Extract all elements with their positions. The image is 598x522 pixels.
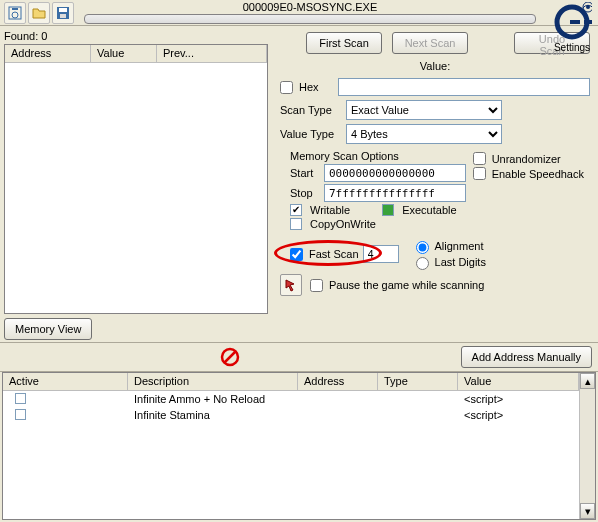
hex-checkbox[interactable]: Hex bbox=[280, 81, 334, 94]
save-button[interactable] bbox=[52, 2, 74, 24]
unrandomizer-checkbox[interactable]: Unrandomizer bbox=[473, 152, 584, 165]
first-scan-button[interactable]: First Scan bbox=[306, 32, 382, 54]
lastdigits-radio[interactable]: Last Digits bbox=[411, 254, 486, 270]
svg-rect-5 bbox=[60, 14, 66, 18]
svg-rect-7 bbox=[584, 20, 592, 24]
add-address-manually-button[interactable]: Add Address Manually bbox=[461, 346, 592, 368]
cheat-table: Active Description Address Type Value In… bbox=[2, 372, 596, 520]
cheat-table-body[interactable]: Infinite Ammo + No Reload <script> Infin… bbox=[3, 391, 579, 519]
stop-input[interactable] bbox=[324, 184, 466, 202]
row-description[interactable]: Infinite Ammo + No Reload bbox=[128, 393, 298, 405]
svg-rect-8 bbox=[570, 20, 580, 24]
stop-label: Stop bbox=[290, 187, 320, 199]
app-logo[interactable]: Settings bbox=[548, 2, 596, 62]
fastscan-checkbox[interactable]: Fast Scan bbox=[290, 248, 359, 261]
row-value[interactable]: <script> bbox=[458, 409, 579, 421]
svg-line-12 bbox=[225, 352, 236, 363]
table-row[interactable]: Infinite Ammo + No Reload <script> bbox=[3, 391, 579, 407]
next-scan-button: Next Scan bbox=[392, 32, 468, 54]
writable-tristate[interactable]: ✔ bbox=[290, 204, 302, 216]
hcol-description[interactable]: Description bbox=[128, 373, 298, 390]
pause-checkbox[interactable]: Pause the game while scanning bbox=[310, 279, 484, 292]
vertical-scrollbar[interactable]: ▴ ▾ bbox=[579, 373, 595, 519]
svg-rect-2 bbox=[12, 8, 18, 10]
tool-arrow-button[interactable] bbox=[280, 274, 302, 296]
mid-toolbar: Add Address Manually bbox=[0, 342, 598, 372]
scan-pane: First Scan Next Scan Undo Scan Value: He… bbox=[272, 26, 598, 342]
alignment-radio[interactable]: Alignment bbox=[411, 238, 486, 254]
row-active-checkbox[interactable] bbox=[15, 409, 26, 420]
progress-bar bbox=[84, 14, 536, 24]
hcol-active[interactable]: Active bbox=[3, 373, 128, 390]
scroll-up-button[interactable]: ▴ bbox=[580, 373, 595, 389]
value-type-label: Value Type bbox=[280, 128, 342, 140]
open-process-button[interactable] bbox=[4, 2, 26, 24]
hcol-value[interactable]: Value bbox=[458, 373, 579, 390]
col-address[interactable]: Address bbox=[5, 45, 91, 62]
row-description[interactable]: Infinite Stamina bbox=[128, 409, 298, 421]
scan-type-label: Scan Type bbox=[280, 104, 342, 116]
value-type-select[interactable]: 4 Bytes bbox=[346, 124, 502, 144]
results-pane: Found: 0 Address Value Prev... Memory Vi… bbox=[0, 26, 272, 342]
executable-label: Executable bbox=[402, 204, 456, 216]
nosign-icon[interactable] bbox=[219, 346, 241, 368]
svg-rect-4 bbox=[59, 8, 67, 12]
hcol-type[interactable]: Type bbox=[378, 373, 458, 390]
process-title: 000009E0-MSOSYNC.EXE bbox=[243, 1, 378, 13]
table-row[interactable]: Infinite Stamina <script> bbox=[3, 407, 579, 423]
toolbar: 000009E0-MSOSYNC.EXE bbox=[0, 0, 598, 26]
col-value[interactable]: Value bbox=[91, 45, 157, 62]
row-value[interactable]: <script> bbox=[458, 393, 579, 405]
cheat-table-header: Active Description Address Type Value bbox=[3, 373, 579, 391]
scroll-track[interactable] bbox=[580, 389, 595, 503]
results-header: Address Value Prev... bbox=[5, 45, 267, 63]
memory-scan-options: Memory Scan Options Unrandomizer Enable … bbox=[290, 150, 590, 232]
row-active-checkbox[interactable] bbox=[15, 393, 26, 404]
hcol-address[interactable]: Address bbox=[298, 373, 378, 390]
memory-view-button[interactable]: Memory View bbox=[4, 318, 92, 340]
copyonwrite-tristate[interactable] bbox=[290, 218, 302, 230]
settings-link[interactable]: Settings bbox=[554, 42, 590, 53]
speedhack-checkbox[interactable]: Enable Speedhack bbox=[473, 167, 584, 180]
scan-type-select[interactable]: Exact Value bbox=[346, 100, 502, 120]
writable-label: Writable bbox=[310, 204, 350, 216]
start-input[interactable] bbox=[324, 164, 466, 182]
found-count: Found: 0 bbox=[4, 28, 268, 44]
open-file-button[interactable] bbox=[28, 2, 50, 24]
value-input[interactable] bbox=[338, 78, 590, 96]
scroll-down-button[interactable]: ▾ bbox=[580, 503, 595, 519]
executable-tristate[interactable] bbox=[382, 204, 394, 216]
start-label: Start bbox=[290, 167, 320, 179]
svg-point-1 bbox=[12, 12, 18, 18]
value-title: Value: bbox=[280, 58, 590, 74]
fastscan-value[interactable] bbox=[363, 245, 399, 263]
col-prev[interactable]: Prev... bbox=[157, 45, 267, 62]
results-list[interactable]: Address Value Prev... bbox=[4, 44, 268, 314]
body: Found: 0 Address Value Prev... Memory Vi… bbox=[0, 26, 598, 342]
copyonwrite-label: CopyOnWrite bbox=[310, 218, 376, 230]
progress-section: 000009E0-MSOSYNC.EXE bbox=[76, 1, 544, 24]
